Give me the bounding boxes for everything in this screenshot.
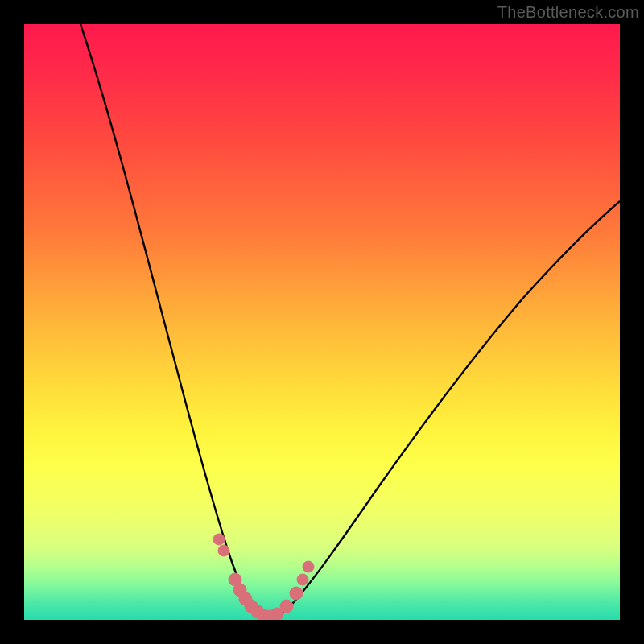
watermark-label: TheBottleneck.com <box>497 3 639 22</box>
gradient-plot-area <box>24 24 620 620</box>
chart-frame: TheBottleneck.com <box>0 0 644 644</box>
